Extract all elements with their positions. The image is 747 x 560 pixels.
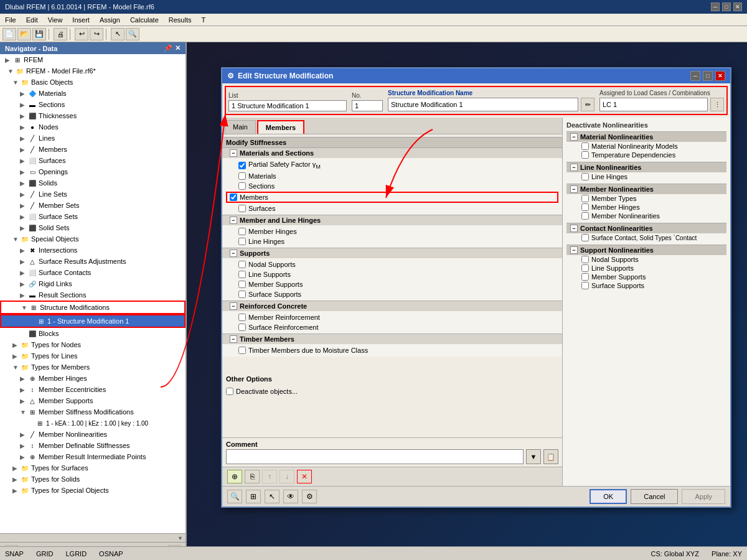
- member-hinges-nonlin-checkbox[interactable]: [581, 203, 589, 211]
- assigned-input[interactable]: [599, 98, 708, 111]
- nav-item-sections[interactable]: ▶ ▬ Sections: [0, 99, 186, 110]
- members-checkbox[interactable]: [230, 194, 237, 201]
- nav-item-member-hinges[interactable]: ▶ ⊕ Member Hinges: [0, 373, 186, 384]
- material-nonlin-models-checkbox[interactable]: [581, 142, 589, 150]
- nav-item-solid-sets[interactable]: ▶ ⬛ Solid Sets: [0, 222, 186, 233]
- ok-button[interactable]: OK: [590, 489, 627, 504]
- nav-item-member-supports[interactable]: ▶ △ Member Supports: [0, 395, 186, 406]
- nav-item-materials[interactable]: ▶ 🔷 Materials: [0, 88, 186, 99]
- mat-sections-header[interactable]: − Materials and Sections: [222, 147, 562, 158]
- nav-item-rfem[interactable]: ▶ ⊞ RFEM: [0, 54, 186, 65]
- menu-edit[interactable]: Edit: [21, 16, 43, 24]
- reinforced-concrete-header[interactable]: − Reinforced Concrete: [222, 301, 562, 311]
- supports-collapse-btn[interactable]: −: [230, 250, 237, 257]
- close-button[interactable]: ✕: [733, 2, 742, 11]
- comment-input[interactable]: [226, 449, 524, 464]
- timber-collapse-btn[interactable]: −: [230, 335, 237, 343]
- nodal-supports-checkbox[interactable]: [238, 261, 246, 268]
- dialog-maximize[interactable]: □: [703, 71, 713, 81]
- member-reinforcement-checkbox[interactable]: [238, 314, 246, 321]
- new-button[interactable]: 📄: [2, 28, 16, 40]
- nav-item-types-for-surfaces[interactable]: ▶ 📁 Types for Surfaces: [0, 462, 186, 474]
- move-up-button[interactable]: ↑: [262, 470, 277, 483]
- member-nonlin-header[interactable]: − Member Nonlinearities: [566, 184, 726, 194]
- dialog-close[interactable]: ✕: [715, 71, 725, 81]
- surface-reinforcement-checkbox[interactable]: [238, 324, 246, 331]
- temperature-dep-checkbox[interactable]: [581, 151, 589, 159]
- menu-view[interactable]: View: [43, 16, 68, 24]
- menu-calculate[interactable]: Calculate: [125, 16, 164, 24]
- material-nonlin-header[interactable]: − Material Nonlinearities: [566, 131, 726, 142]
- surface-supports-nonlin-checkbox[interactable]: [581, 282, 589, 289]
- name-edit-button[interactable]: ✏: [581, 98, 594, 111]
- status-lgrid[interactable]: LGRID: [65, 550, 87, 558]
- nav-item-surfaces[interactable]: ▶ ⬜ Surfaces: [0, 155, 186, 166]
- delete-button[interactable]: ✕: [297, 470, 312, 483]
- member-line-hinges-header[interactable]: − Member and Line Hinges: [222, 215, 562, 225]
- tab-members[interactable]: Members: [257, 120, 304, 134]
- no-value[interactable]: 1: [352, 100, 383, 111]
- table-button[interactable]: ⊞: [246, 490, 261, 503]
- support-nonlin-header[interactable]: − Support Nonlinearities: [566, 245, 726, 255]
- surface-supports-checkbox[interactable]: [238, 291, 246, 298]
- list-value[interactable]: 1 Structure Modification 1: [228, 100, 347, 111]
- settings-button[interactable]: ⚙: [302, 490, 317, 503]
- nav-item-special-objects[interactable]: ▼ 📁 Special Objects: [0, 233, 186, 245]
- nav-scrollbar[interactable]: ▼: [0, 533, 186, 542]
- copy-button[interactable]: ⎘: [245, 470, 260, 483]
- print-button[interactable]: 🖨: [54, 28, 67, 40]
- new-item-button[interactable]: ⊕: [227, 470, 242, 483]
- comment-edit-button[interactable]: 📋: [543, 449, 558, 464]
- sections-checkbox[interactable]: [238, 182, 246, 190]
- nav-item-surface-sets[interactable]: ▶ ⬜ Surface Sets: [0, 211, 186, 222]
- nav-item-thicknesses[interactable]: ▶ ⬛ Thicknesses: [0, 110, 186, 121]
- partial-safety-checkbox[interactable]: [238, 162, 246, 169]
- dialog-minimize[interactable]: ─: [690, 71, 700, 81]
- open-button[interactable]: 📂: [17, 28, 31, 40]
- member-supports-checkbox[interactable]: [238, 281, 246, 288]
- nav-item-types-for-members[interactable]: ▼ 📁 Types for Members: [0, 362, 186, 373]
- apply-button[interactable]: Apply: [682, 489, 725, 504]
- line-supports-checkbox[interactable]: [238, 271, 246, 278]
- supports-header[interactable]: − Supports: [222, 248, 562, 258]
- tab-main[interactable]: Main: [225, 120, 256, 134]
- nav-item-member-eccentricities[interactable]: ▶ ↕ Member Eccentricities: [0, 384, 186, 395]
- nav-item-member-sets[interactable]: ▶ ╱ Member Sets: [0, 200, 186, 211]
- nav-item-result-sections[interactable]: ▶ ▬ Result Sections: [0, 289, 186, 301]
- status-snap[interactable]: SNAP: [5, 550, 24, 558]
- nav-item-structure-mod-1[interactable]: ⊞ 1 - Structure Modification 1: [0, 314, 186, 328]
- move-down-button[interactable]: ↓: [280, 470, 294, 483]
- status-osnap[interactable]: OSNAP: [99, 550, 123, 558]
- line-hinges-checkbox[interactable]: [238, 238, 246, 245]
- menu-insert[interactable]: Insert: [67, 16, 95, 24]
- member-supports-nonlin-checkbox[interactable]: [581, 273, 589, 281]
- line-supports-nonlin-checkbox[interactable]: [581, 264, 589, 272]
- nav-item-types-for-solids[interactable]: ▶ 📁 Types for Solids: [0, 474, 186, 485]
- cancel-button[interactable]: Cancel: [631, 489, 678, 504]
- nav-close-icon[interactable]: ✕: [175, 44, 181, 52]
- eye-button[interactable]: 👁: [283, 490, 298, 503]
- nav-item-blocks[interactable]: ⬛ Blocks: [0, 328, 186, 339]
- timber-moisture-checkbox[interactable]: [238, 347, 246, 354]
- nav-item-types-for-special[interactable]: ▶ 📁 Types for Special Objects: [0, 485, 186, 496]
- nav-item-nodes[interactable]: ▶ ● Nodes: [0, 121, 186, 133]
- comment-dropdown-button[interactable]: ▼: [526, 449, 541, 464]
- line-nonlin-collapse[interactable]: −: [570, 164, 578, 171]
- zoom-button[interactable]: 🔍: [126, 28, 139, 40]
- nav-item-lines[interactable]: ▶ ╱ Lines: [0, 133, 186, 144]
- nav-item-types-for-nodes[interactable]: ▶ 📁 Types for Nodes: [0, 339, 186, 350]
- nav-item-members[interactable]: ▶ ╱ Members: [0, 144, 186, 155]
- maximize-button[interactable]: □: [722, 2, 731, 11]
- redo-button[interactable]: ↪: [90, 28, 103, 40]
- name-input[interactable]: [388, 98, 578, 111]
- nodal-supports-nonlin-checkbox[interactable]: [581, 256, 589, 263]
- minimize-button[interactable]: ─: [711, 2, 720, 11]
- member-nonlin-nonlin-checkbox[interactable]: [581, 212, 589, 220]
- nav-item-member-definable[interactable]: ▶ ↕ Member Definable Stiffnesses: [0, 440, 186, 451]
- member-types-nonlin-checkbox[interactable]: [581, 195, 589, 202]
- mat-collapse-btn[interactable]: −: [230, 149, 237, 157]
- nav-item-member-nonlinearities[interactable]: ▶ ╱ Member Nonlinearities: [0, 429, 186, 440]
- nav-item-member-stiffness[interactable]: ▼ ⊞ Member Stiffness Modifications: [0, 406, 186, 418]
- material-nonlin-collapse[interactable]: −: [570, 133, 578, 141]
- nav-item-rigid-links[interactable]: ▶ 🔗 Rigid Links: [0, 278, 186, 289]
